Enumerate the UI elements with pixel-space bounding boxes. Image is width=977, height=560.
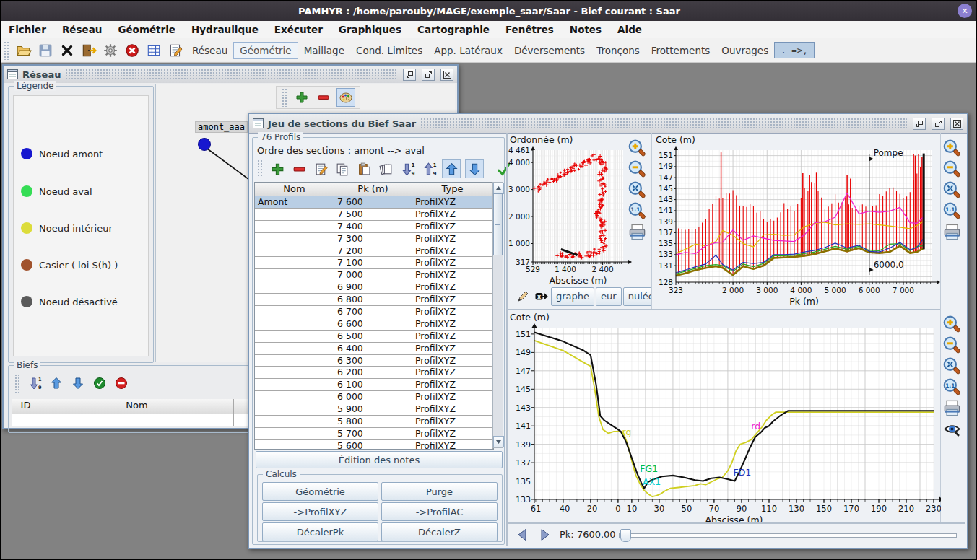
nom-cell[interactable] xyxy=(255,209,334,220)
zoom-in-icon[interactable] xyxy=(628,139,651,158)
menu-item-notes[interactable]: Notes xyxy=(562,24,609,35)
pk-cell[interactable]: 6 700 xyxy=(334,306,412,318)
biefs-cell[interactable] xyxy=(12,414,40,426)
export-x-icon[interactable]: x xyxy=(534,288,549,305)
nom-cell[interactable] xyxy=(255,367,334,378)
zoom-in-icon[interactable] xyxy=(942,315,965,334)
pk-cell[interactable]: 5 800 xyxy=(334,416,412,427)
nom-cell[interactable] xyxy=(255,403,334,415)
nom-cell[interactable] xyxy=(255,416,334,427)
table-row[interactable]: 6 000ProfilXYZ xyxy=(255,391,493,403)
minus-circle-icon[interactable] xyxy=(113,375,130,392)
reseau-maximize-button[interactable] xyxy=(422,69,435,81)
next-section-button[interactable] xyxy=(537,528,552,542)
scroll-down-button[interactable] xyxy=(493,436,504,447)
calc-button-d-calerz[interactable]: DécalerZ xyxy=(381,522,498,541)
type-cell[interactable]: ProfilXYZ xyxy=(412,355,493,367)
printer-icon[interactable] xyxy=(628,222,651,242)
type-cell[interactable]: ProfilXYZ xyxy=(412,269,493,281)
stop-icon[interactable] xyxy=(123,42,141,59)
table-row[interactable]: 6 800ProfilXYZ xyxy=(255,294,493,306)
zoom-fit-icon[interactable] xyxy=(942,356,965,376)
pk-cell[interactable]: 7 200 xyxy=(334,245,412,257)
type-cell[interactable]: ProfilXYZ xyxy=(412,281,493,293)
nom-cell[interactable] xyxy=(255,233,334,245)
table-row[interactable]: 6 400ProfilXYZ xyxy=(255,343,493,355)
pk-cell[interactable]: 6 900 xyxy=(334,281,412,293)
toolbar-handle[interactable] xyxy=(257,159,264,178)
grid-icon[interactable] xyxy=(145,42,162,59)
table-row[interactable]: Amont7 600ProfilXYZ xyxy=(255,196,493,209)
pk-cell[interactable]: 7 400 xyxy=(334,221,412,232)
menu-item-réseau[interactable]: Réseau xyxy=(54,24,110,35)
calc-button-d-calerpk[interactable]: DécalerPk xyxy=(262,522,378,541)
pk-cell[interactable]: 5 900 xyxy=(334,403,412,415)
toolbar-button--[interactable]: . =>, xyxy=(774,42,815,58)
type-cell[interactable]: ProfilXYZ xyxy=(412,257,493,268)
table-row[interactable]: 7 200ProfilXYZ xyxy=(255,245,493,258)
type-cell[interactable]: ProfilXYZ xyxy=(412,343,493,354)
pk-cell[interactable]: 6 500 xyxy=(334,331,412,342)
type-cell[interactable]: ProfilXYZ xyxy=(412,245,493,257)
type-cell[interactable]: ProfilXYZ xyxy=(412,416,493,427)
minus-icon[interactable] xyxy=(290,160,308,178)
table-row[interactable]: 7 100ProfilXYZ xyxy=(255,257,493,269)
nom-cell[interactable] xyxy=(255,221,334,232)
sections-scrollbar[interactable] xyxy=(492,182,503,448)
type-cell[interactable]: ProfilXYZ xyxy=(412,233,493,245)
table-row[interactable]: 6 100ProfilXYZ xyxy=(255,379,493,391)
scrollbar-thumb[interactable] xyxy=(493,193,503,255)
type-cell[interactable]: ProfilXYZ xyxy=(412,306,493,318)
window-titlebar[interactable]: PAMHYR : /home/parouby/MAGE/exemple_saar… xyxy=(1,1,977,21)
toolbar-button-déversements[interactable]: Déversements xyxy=(508,43,591,58)
pk-cell[interactable]: 7 600 xyxy=(334,196,412,208)
type-cell[interactable]: ProfilXYZ xyxy=(412,367,493,378)
nom-cell[interactable]: Amont xyxy=(255,196,334,208)
plus-icon[interactable] xyxy=(269,160,286,178)
table-row[interactable]: 6 600ProfilXYZ xyxy=(255,318,493,331)
window-close-button[interactable]: ✕ xyxy=(958,4,972,18)
export-door-icon[interactable] xyxy=(80,42,97,59)
type-cell[interactable]: ProfilXYZ xyxy=(412,403,493,415)
sort-up-19-icon[interactable]: 19 xyxy=(420,160,438,178)
menu-item-exécuter[interactable]: Exécuter xyxy=(266,24,331,35)
biefs-cell[interactable] xyxy=(40,414,234,426)
biefs-column-header[interactable]: Nom xyxy=(40,399,234,414)
long-profile-chart[interactable]: Pompe6000.015114914714514314113913713513… xyxy=(654,146,942,308)
plan-tab-graphe[interactable]: graphe xyxy=(551,287,594,306)
table-row[interactable]: 7 000ProfilXYZ xyxy=(255,269,493,281)
sections-column-header[interactable]: Nom xyxy=(255,183,334,196)
pk-cell[interactable]: 6 000 xyxy=(334,391,412,403)
open-folder-icon[interactable] xyxy=(15,42,32,59)
zoom-out-icon[interactable] xyxy=(942,336,965,355)
pk-cell[interactable]: 7 100 xyxy=(334,257,412,268)
pencil-icon[interactable] xyxy=(516,288,530,305)
pk-cell[interactable]: 7 300 xyxy=(334,233,412,245)
menu-item-cartographie[interactable]: Cartographie xyxy=(409,24,498,35)
pk-cell[interactable]: 7 500 xyxy=(334,209,412,220)
cross-section-chart[interactable]: rgFG1AX1FD1rd151149147145143141139137135… xyxy=(508,322,941,522)
zoom-fit-icon[interactable] xyxy=(942,180,965,200)
pk-cell[interactable]: 7 000 xyxy=(334,269,412,281)
table-row[interactable]: 6 200ProfilXYZ xyxy=(255,367,493,379)
sections-restore-button[interactable] xyxy=(913,118,926,130)
zoom-fit-icon[interactable] xyxy=(628,180,651,200)
eye-hand-icon[interactable] xyxy=(942,419,965,439)
table-row[interactable]: 6 900ProfilXYZ xyxy=(255,281,493,294)
table-row[interactable]: 7 400ProfilXYZ xyxy=(255,221,493,233)
table-row[interactable]: 5 900ProfilXYZ xyxy=(255,403,493,416)
menu-item-aide[interactable]: Aide xyxy=(609,24,650,35)
zoom-out-icon[interactable] xyxy=(628,159,651,179)
nom-cell[interactable] xyxy=(255,355,334,367)
paste-icon[interactable] xyxy=(355,160,373,178)
vertical-splitter[interactable] xyxy=(506,133,508,546)
nom-cell[interactable] xyxy=(255,318,334,330)
toolbar-button-frottements[interactable]: Frottements xyxy=(646,43,716,58)
sections-maximize-button[interactable] xyxy=(932,118,945,130)
type-cell[interactable]: ProfilXYZ xyxy=(412,391,493,403)
arrow-down-icon[interactable] xyxy=(69,375,87,392)
menu-item-fichier[interactable]: Fichier xyxy=(1,24,54,35)
type-cell[interactable]: ProfilXYZ xyxy=(412,209,493,220)
table-row[interactable]: 7 300ProfilXYZ xyxy=(255,233,493,245)
pk-cell[interactable]: 6 100 xyxy=(334,379,412,390)
